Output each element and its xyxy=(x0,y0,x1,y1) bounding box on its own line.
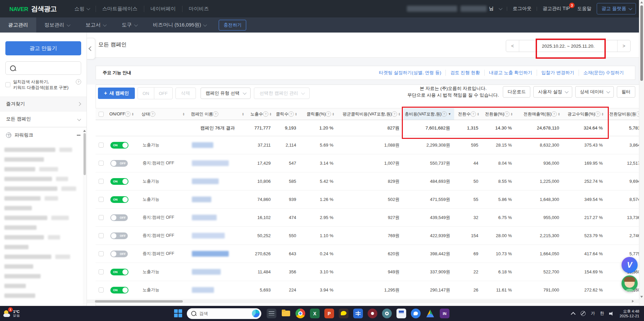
campaign-name-blur[interactable] xyxy=(192,269,221,275)
campaign-toggle[interactable]: ON xyxy=(110,287,128,293)
ime-a-indicator[interactable]: 가 xyxy=(591,311,595,316)
sidebar-campaign-item[interactable] xyxy=(0,164,83,174)
sidebar-campaign-item[interactable] xyxy=(0,232,83,242)
topbar-menu-item[interactable]: 쇼핑 xyxy=(68,6,96,12)
sidebar-collapse-button[interactable] xyxy=(87,38,95,59)
row-checkbox[interactable] xyxy=(99,233,104,238)
user-settings-button[interactable]: 사용자 설정 xyxy=(533,86,572,98)
user-menu-chevron-icon[interactable] xyxy=(499,6,502,10)
scroll-up-arrow-icon[interactable] xyxy=(640,1,643,3)
info-icon[interactable] xyxy=(595,111,600,117)
manage-selected-button[interactable]: 선택한 캠페인 관리 xyxy=(254,88,310,99)
sidebar-campaign-item[interactable] xyxy=(0,184,83,194)
sort-icon[interactable]: ▲▼ xyxy=(131,112,134,116)
filter-button[interactable]: 필터 xyxy=(617,86,635,98)
sidebar-campaign-item[interactable] xyxy=(0,262,83,271)
sidebar-campaign-item[interactable] xyxy=(0,155,83,164)
sidebar-campaign-item[interactable] xyxy=(0,281,83,291)
off-button[interactable]: OFF xyxy=(154,88,172,99)
column-header-ctr[interactable]: 클릭률(%)▲▼ xyxy=(300,108,337,120)
detail-data-button[interactable]: 상세 데이터 xyxy=(575,86,614,98)
campaign-toggle[interactable]: ON xyxy=(110,142,128,149)
scroll-up-arrow-icon[interactable] xyxy=(83,130,86,132)
speaker-icon[interactable] xyxy=(609,311,614,316)
sort-icon[interactable]: ▲▼ xyxy=(558,112,560,116)
create-ad-button[interactable]: 광고 만들기 xyxy=(5,41,81,55)
campaign-name-blur[interactable] xyxy=(192,197,211,202)
row-checkbox[interactable] xyxy=(99,251,104,256)
campaign-type-select[interactable]: 캠페인 유형 선택 xyxy=(201,88,251,99)
column-header-impressions[interactable]: 노출수▲▼ xyxy=(247,108,275,120)
row-checkbox[interactable] xyxy=(99,269,104,274)
sidebar-campaign-item[interactable] xyxy=(0,252,83,262)
row-checkbox[interactable] xyxy=(99,179,104,184)
feature-link[interactable]: 소재(문안) 수정하기 xyxy=(579,70,628,76)
sidebar-search-input[interactable] xyxy=(5,61,81,75)
sort-icon[interactable]: ▲▼ xyxy=(511,112,513,116)
info-icon[interactable] xyxy=(150,111,155,117)
info-icon[interactable] xyxy=(263,111,268,117)
sidebar-item-favorites[interactable]: 즐겨찾기 xyxy=(0,97,87,111)
scroll-down-arrow-icon[interactable] xyxy=(640,296,643,298)
campaign-toggle[interactable]: OFF xyxy=(110,251,128,257)
info-icon[interactable] xyxy=(213,111,218,117)
scroll-right-arrow-icon[interactable] xyxy=(632,300,634,303)
sort-icon[interactable]: ▲▼ xyxy=(269,112,272,116)
sort-icon[interactable]: ▲▼ xyxy=(477,112,479,116)
campaign-toggle[interactable]: OFF xyxy=(110,160,128,167)
help-link[interactable]: 도움말 xyxy=(577,6,591,12)
row-checkbox[interactable] xyxy=(99,161,104,166)
new-campaign-button[interactable]: 새 캠페인 xyxy=(98,88,135,99)
campaign-toggle[interactable]: OFF xyxy=(110,214,128,221)
column-header-checkbox[interactable] xyxy=(96,108,106,120)
info-icon[interactable] xyxy=(471,111,476,117)
column-header-total-cost[interactable]: 총비용(VAT포함,원)▼ xyxy=(404,108,454,120)
info-icon[interactable] xyxy=(504,111,509,117)
info-icon[interactable] xyxy=(441,111,447,117)
collapse-minus-icon[interactable] xyxy=(77,135,80,136)
column-header-cvr[interactable]: 전환율(%)▲▼ xyxy=(482,108,516,120)
delete-button[interactable]: 삭제 xyxy=(175,88,196,99)
ime-han-indicator[interactable]: 한 xyxy=(600,311,604,316)
info-icon[interactable] xyxy=(76,79,81,85)
sidebar-item-all-campaigns[interactable]: 모든 캠페인 xyxy=(0,111,87,127)
sort-icon[interactable]: ▲▼ xyxy=(601,112,604,116)
sidebar-campaign-item[interactable] xyxy=(0,291,83,301)
sort-icon[interactable]: ▲▼ xyxy=(332,112,334,116)
powerpoint-icon[interactable]: P xyxy=(324,309,334,318)
sort-icon[interactable]: ▲▼ xyxy=(242,112,244,116)
scrollbar-thumb[interactable] xyxy=(95,300,183,303)
sort-icon[interactable]: ▲▼ xyxy=(398,112,400,116)
campaign-toggle[interactable]: OFF xyxy=(110,232,128,239)
sidebar-campaign-item[interactable] xyxy=(0,194,83,203)
sidebar-campaign-item[interactable] xyxy=(0,223,83,232)
campaign-name-blur[interactable] xyxy=(192,142,213,148)
info-icon[interactable] xyxy=(551,111,557,117)
info-icon[interactable] xyxy=(326,111,331,117)
excel-icon[interactable]: X xyxy=(310,309,320,318)
kakaotalk-icon[interactable] xyxy=(339,309,348,318)
taskbar-search-input[interactable]: 검색 xyxy=(187,308,261,319)
date-prev-button[interactable]: < xyxy=(506,40,519,52)
campaign-toggle[interactable]: ON xyxy=(110,196,128,203)
taskbar-clock[interactable]: 오후 4:48 2025-12-21 xyxy=(620,309,639,318)
sidebar-campaign-item[interactable] xyxy=(0,242,83,252)
column-header-clicks[interactable]: 클릭수▲▼ xyxy=(275,108,300,120)
drive-icon[interactable] xyxy=(425,309,435,318)
topbar-menu-item[interactable]: 마이비즈 xyxy=(182,6,215,12)
spreadsheet-icon[interactable] xyxy=(353,309,363,318)
nav-tab-도구[interactable]: 도구 xyxy=(114,17,145,33)
column-header-revenue[interactable]: 전환매출액(원)▲▼ xyxy=(516,108,563,120)
row-checkbox[interactable] xyxy=(99,215,104,220)
brand-logo[interactable]: NAVER 검색광고 xyxy=(9,4,57,13)
campaign-toggle[interactable]: ON xyxy=(110,178,128,185)
sidebar-campaign-item[interactable] xyxy=(0,213,83,223)
select-all-checkbox[interactable] xyxy=(99,112,104,117)
campaign-name-blur[interactable] xyxy=(192,160,229,166)
talktalk-fab-button[interactable]: V xyxy=(622,257,638,273)
campaign-name-blur[interactable] xyxy=(192,233,225,238)
ad-tip-link[interactable]: 광고관리 TIP 3 xyxy=(542,6,572,12)
customer-support-fab-button[interactable] xyxy=(622,275,638,291)
nav-tab-정보관리[interactable]: 정보관리 xyxy=(36,17,77,33)
nav-tab-광고관리[interactable]: 광고관리 xyxy=(0,17,36,33)
